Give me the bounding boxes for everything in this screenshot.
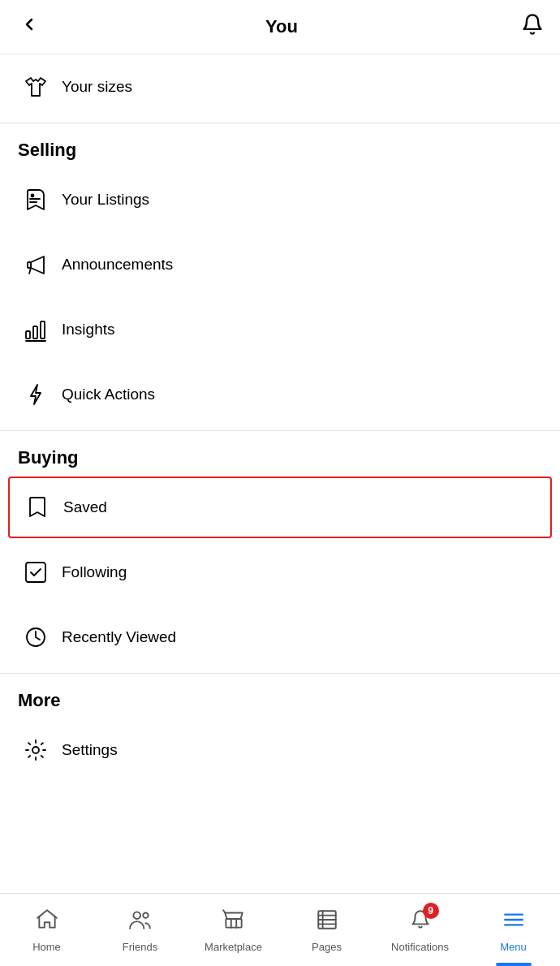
menu-item-quick-actions[interactable]: Quick Actions [0,362,560,427]
megaphone-icon [18,247,54,282]
pages-nav-label: Pages [312,941,342,953]
svg-rect-5 [33,326,37,339]
notification-bell-icon[interactable] [521,13,544,41]
nav-item-home[interactable]: Home [0,894,93,966]
svg-point-0 [32,195,34,197]
svg-point-13 [143,912,148,917]
svg-rect-14 [226,918,241,927]
tag-icon [18,182,54,218]
your-listings-label: Your Listings [62,191,149,209]
svg-line-3 [29,268,31,274]
svg-point-11 [32,747,39,753]
clock-icon [18,619,54,655]
svg-rect-2 [28,262,31,268]
marketplace-nav-icon [222,908,246,938]
divider-after-selling [0,430,560,431]
notifications-nav-label: Notifications [391,941,449,953]
chart-icon [18,312,54,347]
svg-marker-8 [31,385,41,404]
shirt-icon [18,69,54,105]
back-button[interactable] [16,11,42,42]
notification-badge: 9 [423,903,439,919]
content-area: Your sizes Selling Your Listings Announc… [0,54,560,856]
following-icon [18,554,54,590]
divider-after-buying [0,673,560,674]
section-heading-selling: Selling [0,127,560,167]
nav-item-pages[interactable]: Pages [280,894,373,966]
section-heading-more: More [0,677,560,718]
friends-icon [128,908,153,938]
menu-icon [502,908,526,938]
svg-rect-6 [41,321,45,339]
menu-item-recently-viewed[interactable]: Recently Viewed [0,605,560,670]
home-nav-label: Home [32,941,61,953]
bookmark-icon [19,489,55,525]
svg-point-12 [133,912,140,919]
nav-item-friends[interactable]: Friends [93,894,187,966]
menu-item-your-listings[interactable]: Your Listings [0,167,560,232]
menu-item-saved[interactable]: Saved [19,489,541,525]
section-heading-buying: Buying [0,434,560,475]
your-sizes-label: Your sizes [62,78,132,96]
svg-rect-4 [26,331,30,339]
menu-item-your-sizes[interactable]: Your sizes [0,54,560,119]
svg-line-15 [223,910,225,912]
svg-marker-1 [31,257,44,274]
nav-item-menu[interactable]: Menu [467,894,560,966]
marketplace-nav-label: Marketplace [205,941,262,953]
header: You [0,0,560,54]
menu-item-following[interactable]: Following [0,540,560,605]
lightning-icon [18,377,54,412]
page-title: You [265,16,298,37]
settings-label: Settings [62,741,118,759]
recently-viewed-label: Recently Viewed [62,628,176,646]
divider-after-sizes [0,123,560,123]
bell-nav-icon: 9 [408,908,433,938]
quick-actions-label: Quick Actions [62,386,155,403]
friends-nav-label: Friends [123,941,157,953]
insights-label: Insights [62,321,114,339]
announcements-label: Announcements [62,256,173,274]
menu-nav-label: Menu [500,941,527,953]
gear-icon [18,732,54,768]
menu-item-insights[interactable]: Insights [0,297,560,362]
nav-item-marketplace[interactable]: Marketplace [187,894,280,966]
svg-rect-9 [26,563,45,582]
menu-item-announcements[interactable]: Announcements [0,232,560,297]
home-icon [35,908,59,938]
saved-label: Saved [63,498,107,516]
menu-item-settings[interactable]: Settings [0,718,560,783]
active-indicator [496,963,532,966]
menu-item-saved-highlighted[interactable]: Saved [8,477,552,538]
following-label: Following [62,563,127,581]
pages-icon [315,908,339,938]
nav-item-notifications[interactable]: 9 Notifications [373,894,467,966]
bottom-navigation: Home Friends Marketplace [0,893,560,966]
